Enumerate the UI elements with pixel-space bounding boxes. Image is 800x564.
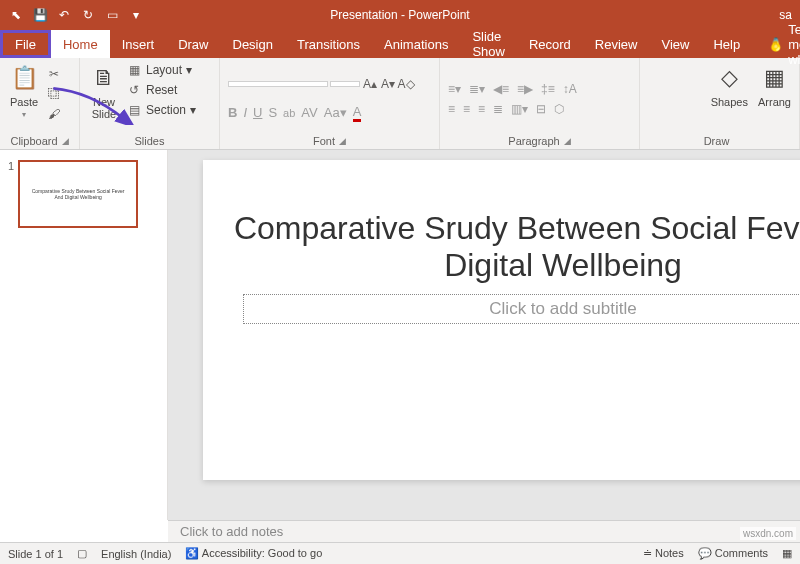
tab-design[interactable]: Design: [221, 30, 285, 58]
slides-group-label: Slides: [135, 135, 165, 147]
format-painter-icon[interactable]: 🖌: [46, 106, 62, 122]
columns-button[interactable]: ▥▾: [511, 102, 528, 116]
reset-icon: ↺: [126, 82, 142, 98]
notes-placeholder: Click to add notes: [180, 524, 283, 539]
character-spacing-button[interactable]: AV: [301, 105, 317, 120]
ribbon-tabs: File Home Insert Draw Design Transitions…: [0, 30, 800, 58]
reset-button[interactable]: ↺Reset: [126, 82, 196, 98]
save-icon[interactable]: 💾: [32, 7, 48, 23]
comments-toggle[interactable]: 💬 Comments: [698, 547, 768, 560]
font-color-button[interactable]: A: [353, 104, 362, 122]
normal-view-icon[interactable]: ▦: [782, 547, 792, 560]
quick-access-toolbar: ⬉ 💾 ↶ ↻ ▭ ▾: [0, 7, 144, 23]
increase-font-icon[interactable]: A▴: [362, 76, 378, 92]
slide-title-text[interactable]: Comparative Srudy Between Social Fever A…: [203, 210, 800, 284]
decrease-font-icon[interactable]: A▾: [380, 76, 396, 92]
status-bar: Slide 1 of 1 ▢ English (India) ♿ Accessi…: [0, 542, 800, 564]
align-right-button[interactable]: ≡: [478, 102, 485, 116]
workspace: 1 Comparative Srudy Between Social Fever…: [0, 150, 800, 520]
bold-button[interactable]: B: [228, 105, 237, 120]
section-button[interactable]: ▤Section ▾: [126, 102, 196, 118]
tab-slide-show[interactable]: Slide Show: [460, 30, 517, 58]
title-bar: ⬉ 💾 ↶ ↻ ▭ ▾ Presentation - PowerPoint sa: [0, 0, 800, 30]
start-slideshow-icon[interactable]: ▭: [104, 7, 120, 23]
ribbon: 📋 Paste ▾ ✂ ⿻ 🖌 Clipboard◢ 🗎 New Slide ▦…: [0, 58, 800, 150]
drawing-group-label: Draw: [704, 135, 730, 147]
change-case-button[interactable]: Aa▾: [324, 105, 347, 120]
tab-review[interactable]: Review: [583, 30, 650, 58]
tab-animations[interactable]: Animations: [372, 30, 460, 58]
watermark: wsxdn.com: [740, 527, 796, 540]
tab-home[interactable]: Home: [51, 30, 110, 58]
arrange-button[interactable]: ▦ Arrang: [758, 62, 791, 108]
underline-button[interactable]: U: [253, 105, 262, 120]
shapes-icon: ◇: [713, 62, 745, 94]
group-font: A▴ A▾ A◇ B I U S ab AV Aa▾ A Font◢: [220, 58, 440, 149]
slide-editor-area[interactable]: Comparative Srudy Between Social Fever A…: [168, 150, 800, 520]
language-status[interactable]: English (India): [101, 548, 171, 560]
shapes-button[interactable]: ◇ Shapes: [711, 62, 748, 108]
shadow-button[interactable]: ab: [283, 107, 295, 119]
clipboard-dialog-launcher[interactable]: ◢: [62, 136, 69, 146]
copy-icon[interactable]: ⿻: [46, 86, 62, 102]
font-family-combo[interactable]: [228, 81, 328, 87]
layout-label: Layout: [146, 63, 182, 77]
smartart-button[interactable]: ⬡: [554, 102, 564, 116]
arrange-icon: ▦: [758, 62, 790, 94]
paste-label: Paste: [10, 96, 38, 108]
align-left-button[interactable]: ≡: [448, 102, 455, 116]
section-icon: ▤: [126, 102, 142, 118]
increase-indent-button[interactable]: ≡▶: [517, 82, 533, 96]
thumbnail-pane[interactable]: 1 Comparative Srudy Between Social Fever…: [0, 150, 168, 520]
accessibility-status[interactable]: ♿ Accessibility: Good to go: [185, 547, 322, 560]
tab-transitions[interactable]: Transitions: [285, 30, 372, 58]
tell-me-search[interactable]: 💡Tell me what: [756, 30, 800, 58]
numbering-button[interactable]: ≣▾: [469, 82, 485, 96]
italic-button[interactable]: I: [243, 105, 247, 120]
spell-check-icon[interactable]: ▢: [77, 547, 87, 560]
tab-record[interactable]: Record: [517, 30, 583, 58]
redo-icon[interactable]: ↻: [80, 7, 96, 23]
notes-pane[interactable]: Click to add notes: [168, 520, 800, 542]
decrease-indent-button[interactable]: ◀≡: [493, 82, 509, 96]
paragraph-dialog-launcher[interactable]: ◢: [564, 136, 571, 146]
tab-file[interactable]: File: [0, 30, 51, 58]
shapes-label: Shapes: [711, 96, 748, 108]
paste-button[interactable]: 📋 Paste ▾: [8, 62, 40, 119]
thumbnail-number: 1: [8, 160, 14, 228]
justify-button[interactable]: ≣: [493, 102, 503, 116]
subtitle-placeholder[interactable]: Click to add subtitle: [243, 294, 800, 324]
align-text-button[interactable]: ⊟: [536, 102, 546, 116]
slide-counter[interactable]: Slide 1 of 1: [8, 548, 63, 560]
font-size-combo[interactable]: [330, 81, 360, 87]
font-dialog-launcher[interactable]: ◢: [339, 136, 346, 146]
notes-toggle[interactable]: ≐ Notes: [643, 547, 684, 560]
window-title: Presentation - PowerPoint: [330, 8, 469, 22]
line-spacing-button[interactable]: ‡≡: [541, 82, 555, 96]
undo-icon[interactable]: ↶: [56, 7, 72, 23]
tab-help[interactable]: Help: [701, 30, 752, 58]
group-drawing: ◇ Shapes ▦ Arrang Draw: [640, 58, 800, 149]
clipboard-icon: 📋: [8, 62, 40, 94]
tab-draw[interactable]: Draw: [166, 30, 220, 58]
thumbnail-preview[interactable]: Comparative Srudy Between Social Fever A…: [18, 160, 138, 228]
align-center-button[interactable]: ≡: [463, 102, 470, 116]
user-name[interactable]: sa: [779, 8, 792, 22]
clipboard-group-label: Clipboard: [10, 135, 57, 147]
new-slide-button[interactable]: 🗎 New Slide: [88, 62, 120, 120]
bullets-button[interactable]: ≡▾: [448, 82, 461, 96]
clear-formatting-icon[interactable]: A◇: [398, 76, 414, 92]
group-slides: 🗎 New Slide ▦Layout ▾ ↺Reset ▤Section ▾ …: [80, 58, 220, 149]
qat-dropdown-icon[interactable]: ▾: [128, 7, 144, 23]
slide-canvas[interactable]: Comparative Srudy Between Social Fever A…: [203, 160, 800, 480]
tab-insert[interactable]: Insert: [110, 30, 167, 58]
tab-view[interactable]: View: [649, 30, 701, 58]
text-direction-button[interactable]: ↕A: [563, 82, 577, 96]
tell-me-label: Tell me what: [788, 22, 800, 67]
cut-icon[interactable]: ✂: [46, 66, 62, 82]
reset-label: Reset: [146, 83, 177, 97]
new-slide-icon: 🗎: [88, 62, 120, 94]
layout-button[interactable]: ▦Layout ▾: [126, 62, 196, 78]
slide-thumbnail-1[interactable]: 1 Comparative Srudy Between Social Fever…: [8, 160, 159, 228]
strikethrough-button[interactable]: S: [268, 105, 277, 120]
